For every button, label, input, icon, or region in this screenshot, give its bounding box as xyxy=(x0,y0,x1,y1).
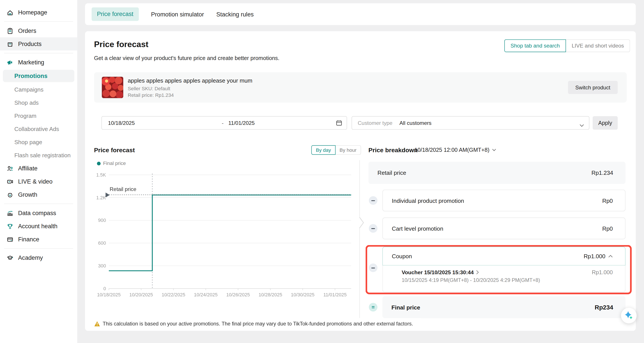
svg-text:10/30/2025: 10/30/2025 xyxy=(291,292,314,298)
minus-icon[interactable] xyxy=(369,264,378,272)
sidebar-item-shop-page[interactable]: Shop page xyxy=(0,135,77,148)
svg-text:300: 300 xyxy=(98,263,106,269)
sidebar-item-campaigns[interactable]: Campaigns xyxy=(0,83,77,96)
sidebar-item-live-video[interactable]: LIVE & video xyxy=(0,175,77,188)
sidebar-item-label: Products xyxy=(18,40,42,47)
svg-text:10/20/2025: 10/20/2025 xyxy=(129,292,153,298)
tab-promotion-simulator[interactable]: Promotion simulator xyxy=(151,11,204,17)
date-separator: - xyxy=(222,120,224,126)
toggle-live-and-short-videos[interactable]: LIVE and short videos xyxy=(566,39,630,52)
graduation-cap-icon xyxy=(6,254,14,261)
sidebar-item-finance[interactable]: Finance xyxy=(0,233,77,246)
customer-type-select[interactable]: Customer type All customers xyxy=(352,116,590,130)
svg-text:10/22/2025: 10/22/2025 xyxy=(162,292,185,298)
credit-card-icon xyxy=(6,236,14,243)
sidebar-item-label: Finance xyxy=(18,236,39,243)
forecast-section-title: Price forecast xyxy=(94,147,135,154)
breakdown-datetime-select[interactable]: 10/18/2025 12:00 AM(GMT+8) xyxy=(414,147,496,153)
sidebar-item-program[interactable]: Program xyxy=(0,109,77,122)
toggle-by-day[interactable]: By day xyxy=(311,145,335,155)
final-price-value: Rp234 xyxy=(595,304,613,311)
products-icon xyxy=(6,40,14,47)
sidebar-item-label: Promotions xyxy=(14,73,48,79)
voucher-value: Rp1.000 xyxy=(592,269,613,275)
retail-price-value: Rp1.234 xyxy=(592,170,613,176)
calendar-icon[interactable] xyxy=(336,120,342,127)
sidebar-item-marketing[interactable]: Marketing xyxy=(0,56,77,69)
sidebar-item-growth[interactable]: Growth xyxy=(0,188,77,201)
page-title: Price forecast xyxy=(94,40,148,49)
minus-icon[interactable] xyxy=(369,224,378,233)
channel-toggle: Shop tab and search LIVE and short video… xyxy=(504,39,630,52)
coupon-row[interactable]: Coupon Rp1.000 xyxy=(382,247,625,266)
sidebar-item-shop-ads[interactable]: Shop ads xyxy=(0,96,77,109)
svg-text:10/18/2025: 10/18/2025 xyxy=(97,292,121,298)
sidebar-item-promotions[interactable]: Promotions xyxy=(3,70,74,82)
svg-text:11/01/2025: 11/01/2025 xyxy=(323,292,346,298)
switch-product-button[interactable]: Switch product xyxy=(568,81,618,94)
top-tabbar: Price forecast Promotion simulator Stack… xyxy=(85,3,636,25)
retail-price-label: Retail price xyxy=(378,170,406,176)
minus-glyph xyxy=(371,228,375,229)
sidebar-item-label: Homepage xyxy=(18,9,47,15)
sidebar-item-affiliate[interactable]: Affiliate xyxy=(0,162,77,175)
svg-text:10/28/2025: 10/28/2025 xyxy=(259,292,282,298)
svg-text:Retail price: Retail price xyxy=(110,186,136,192)
date-end-value[interactable]: 11/01/2025 xyxy=(228,120,255,126)
toggle-shop-tab-and-search[interactable]: Shop tab and search xyxy=(504,39,566,52)
voucher-link[interactable]: Voucher 15/10/2025 15:30:44 xyxy=(402,269,479,275)
assistant-fab[interactable] xyxy=(621,308,636,323)
main-panel: Price forecast Get a clear view of your … xyxy=(85,31,636,331)
tab-price-forecast[interactable]: Price forecast xyxy=(92,7,139,21)
toggle-by-hour[interactable]: By hour xyxy=(335,145,361,155)
sidebar-item-account-health[interactable]: Account health xyxy=(0,220,77,233)
bar-chart-icon xyxy=(6,210,14,217)
product-title: apples apples apples apples applease you… xyxy=(128,77,252,84)
individual-promotion-row: Individual product promotion Rp0 xyxy=(382,190,625,211)
chevron-down-icon xyxy=(580,122,584,129)
sidebar-divider xyxy=(4,21,73,22)
growth-icon xyxy=(6,191,14,198)
minus-icon[interactable] xyxy=(369,196,378,205)
collapse-chevron-icon[interactable] xyxy=(359,217,365,230)
chevron-up-icon[interactable] xyxy=(608,255,613,258)
date-start-value[interactable]: 10/18/2025 xyxy=(108,120,135,126)
sidebar-item-label: Collaborative Ads xyxy=(14,125,59,132)
video-camera-icon xyxy=(6,178,14,185)
voucher-name-text: Voucher 15/10/2025 15:30:44 xyxy=(402,269,474,275)
cart-promotion-value: Rp0 xyxy=(602,225,613,232)
page: Homepage Orders Products Marketing Promo… xyxy=(0,0,644,343)
apply-button[interactable]: Apply xyxy=(593,116,618,130)
legend-label: Final price xyxy=(103,161,126,166)
panel-divider xyxy=(360,160,360,217)
coupon-value: Rp1.000 xyxy=(584,253,606,259)
sidebar-item-label: LIVE & video xyxy=(18,178,52,185)
affiliate-icon xyxy=(6,165,14,172)
trophy-icon xyxy=(6,223,14,230)
chart-legend: Final price xyxy=(97,161,126,166)
individual-promotion-label: Individual product promotion xyxy=(392,197,464,204)
warning-icon xyxy=(94,321,100,327)
granularity-toggle: By day By hour xyxy=(311,145,361,155)
sidebar-item-label: Orders xyxy=(18,27,36,34)
sidebar-item-academy[interactable]: Academy xyxy=(0,251,77,264)
chevron-down-icon xyxy=(492,148,496,151)
price-forecast-chart: 03006009001.2K1.5K10/18/202510/20/202510… xyxy=(94,170,360,303)
sidebar: Homepage Orders Products Marketing Promo… xyxy=(0,0,77,343)
tab-stacking-rules[interactable]: Stacking rules xyxy=(216,11,254,17)
sidebar-item-data-compass[interactable]: Data compass xyxy=(0,206,77,220)
sidebar-item-orders[interactable]: Orders xyxy=(0,24,77,37)
sparkle-icon xyxy=(624,311,634,321)
sidebar-item-products[interactable]: Products xyxy=(0,37,77,51)
sidebar-item-flash-sale-registration[interactable]: Flash sale registration xyxy=(0,148,77,162)
svg-text:900: 900 xyxy=(98,218,106,223)
sidebar-item-label: Data compass xyxy=(18,210,56,216)
sidebar-item-label: Affiliate xyxy=(18,165,38,171)
sidebar-item-collaborative-ads[interactable]: Collaborative Ads xyxy=(0,122,77,135)
breakdown-datetime-value: 10/18/2025 12:00 AM(GMT+8) xyxy=(414,147,490,153)
sidebar-item-homepage[interactable]: Homepage xyxy=(0,6,77,19)
svg-text:600: 600 xyxy=(98,241,106,246)
sidebar-item-label: Campaigns xyxy=(14,86,44,93)
disclaimer-text: This calculation is based on your active… xyxy=(102,321,413,327)
date-range-input[interactable]: 10/18/2025 - 11/01/2025 xyxy=(102,116,347,130)
